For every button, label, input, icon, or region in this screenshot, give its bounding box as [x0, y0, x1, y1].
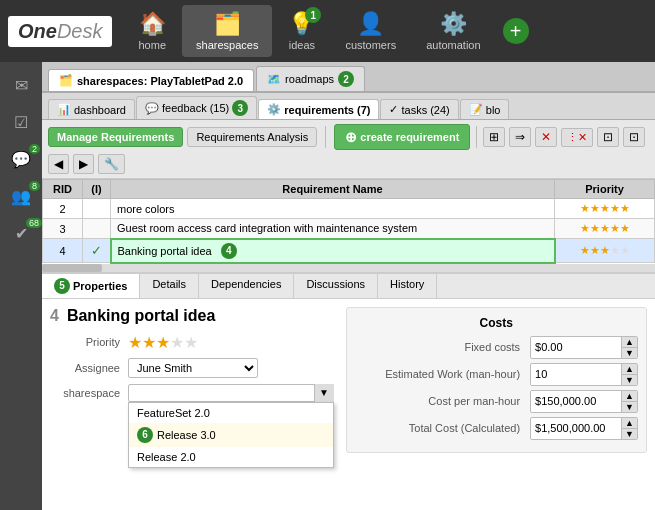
prop-tab-discussions[interactable]: Discussions: [294, 274, 378, 298]
cost-up-total[interactable]: ▲: [622, 418, 637, 429]
properties-badge: 5: [54, 278, 70, 294]
tool-paste-btn[interactable]: ⊡: [623, 127, 645, 147]
cost-down-estimated[interactable]: ▼: [622, 375, 637, 385]
dropdown-option-release2[interactable]: Release 2.0: [129, 447, 333, 467]
sidebar-item-chat[interactable]: 💬 2: [0, 142, 42, 177]
sidebar-item-email[interactable]: ✉: [0, 68, 42, 103]
cell-name-4: Banking portal idea 4: [111, 239, 555, 263]
sharespaces-icon: 🗂️: [214, 11, 241, 37]
cell-name-3: Guest room access card integration with …: [111, 219, 555, 239]
sidebar-item-complete[interactable]: ✔ 68: [0, 216, 42, 251]
tool-grid-btn[interactable]: ⊞: [483, 127, 505, 147]
sub-tab-feedback-label: feedback (15): [162, 102, 229, 114]
cost-input-group-estimated: ▲ ▼: [530, 363, 638, 386]
sub-tab-feedback[interactable]: 💬 feedback (15) 3: [136, 96, 257, 119]
sharespace-dropdown: FeatureSet 2.0 6 Release 3.0 Release 2.0: [128, 402, 334, 468]
nav-item-automation[interactable]: ⚙️ automation: [412, 5, 494, 57]
sub-tab-requirements[interactable]: ⚙️ requirements (7): [258, 99, 379, 119]
priority-stars[interactable]: ★★★★★: [128, 333, 198, 352]
tool-multiselect-btn[interactable]: ⋮✕: [561, 128, 593, 147]
roadmaps-tab-icon: 🗺️: [267, 73, 281, 86]
cell-rid-4: 4: [43, 239, 83, 263]
tab-roadmaps[interactable]: 🗺️ roadmaps 2: [256, 66, 365, 91]
dropdown-option-featureset[interactable]: FeatureSet 2.0: [129, 403, 333, 423]
cost-input-estimated[interactable]: [531, 364, 621, 385]
cost-input-group-fixed: ▲ ▼: [530, 336, 638, 359]
add-button[interactable]: +: [503, 18, 529, 44]
home-icon: 🏠: [139, 11, 166, 37]
cost-label-total: Total Cost (Calculated): [355, 422, 527, 434]
plus-icon: ⊕: [345, 129, 357, 145]
sidebar-item-contacts[interactable]: 👥 8: [0, 179, 42, 214]
create-requirement-button[interactable]: ⊕ create requirement: [334, 124, 470, 150]
prop-content: 4 Banking portal idea Priority ★★★★★ Ass…: [42, 299, 655, 461]
tool-prev-btn[interactable]: ◀: [48, 154, 69, 174]
prop-tab-details[interactable]: Details: [140, 274, 199, 298]
table-row[interactable]: 3 Guest room access card integration wit…: [43, 219, 655, 239]
cost-row-total: Total Cost (Calculated) ▲ ▼: [355, 417, 639, 440]
complete-icon: ✔: [15, 224, 28, 243]
sharespace-dropdown-arrow[interactable]: ▼: [314, 384, 334, 402]
cost-input-total[interactable]: [531, 418, 621, 439]
tool-settings-btn[interactable]: 🔧: [98, 154, 125, 174]
sub-tab-dashboard-label: dashboard: [74, 104, 126, 116]
cost-spinner-estimated: ▲ ▼: [621, 364, 637, 385]
cost-label-fixed: Fixed costs: [355, 341, 527, 353]
nav-item-customers[interactable]: 👤 customers: [331, 5, 410, 57]
automation-icon: ⚙️: [440, 11, 467, 37]
sub-tab-dashboard[interactable]: 📊 dashboard: [48, 99, 135, 119]
cost-down-total[interactable]: ▼: [622, 429, 637, 439]
nav-item-home[interactable]: 🏠 home: [124, 5, 180, 57]
nav-sharespaces-label: sharespaces: [196, 39, 258, 51]
customers-icon: 👤: [357, 11, 384, 37]
nav: 🏠 home 🗂️ sharespaces 💡 ideas 1 👤 custom…: [124, 5, 528, 57]
sub-tab-tasks[interactable]: ✓ tasks (24): [380, 99, 458, 119]
cost-input-permanhour[interactable]: [531, 391, 621, 412]
email-icon: ✉: [15, 76, 28, 95]
sharespace-input[interactable]: [128, 384, 334, 402]
horizontal-scroll-bar[interactable]: [42, 264, 655, 272]
cost-up-estimated[interactable]: ▲: [622, 364, 637, 375]
chat-icon: 💬: [11, 150, 31, 169]
cost-up-fixed[interactable]: ▲: [622, 337, 637, 348]
manage-tab-manage[interactable]: Manage Requirements: [48, 127, 183, 147]
dashboard-icon: 📊: [57, 103, 71, 116]
sub-tab-blog[interactable]: 📝 blo: [460, 99, 510, 119]
costs-panel: Costs Fixed costs ▲ ▼ Estimated Work (ma: [346, 307, 648, 453]
main-content: 🗂️ sharespaces: PlayTabletPad 2.0 🗺️ roa…: [42, 62, 655, 510]
cell-priority-3: ★★★★★: [555, 219, 655, 239]
cost-down-fixed[interactable]: ▼: [622, 348, 637, 358]
prop-tab-bar: 5 Properties Details Dependencies Discus…: [42, 274, 655, 299]
nav-item-sharespaces[interactable]: 🗂️ sharespaces: [182, 5, 272, 57]
assignee-select[interactable]: June Smith: [128, 358, 258, 378]
contacts-badge: 8: [29, 181, 40, 191]
cell-rid-2: 2: [43, 199, 83, 219]
sub-tab-bar: 📊 dashboard 💬 feedback (15) 3 ⚙️ require…: [42, 93, 655, 120]
nav-item-ideas[interactable]: 💡 ideas 1: [274, 5, 329, 57]
prop-tab-properties[interactable]: 5 Properties: [42, 274, 140, 298]
cost-row-estimated: Estimated Work (man-hour) ▲ ▼: [355, 363, 639, 386]
cost-input-fixed[interactable]: [531, 337, 621, 358]
tool-arrow-btn[interactable]: ⇒: [509, 127, 531, 147]
sidebar-item-checklist[interactable]: ☑: [0, 105, 42, 140]
col-header-i: (I): [83, 180, 111, 199]
ideas-badge: 1: [305, 7, 321, 23]
tab-sharespace[interactable]: 🗂️ sharespaces: PlayTabletPad 2.0: [48, 69, 254, 91]
manage-tab-analysis[interactable]: Requirements Analysis: [187, 127, 317, 147]
prop-assignee-row: Assignee June Smith: [50, 358, 334, 378]
sidebar: ✉ ☑ 💬 2 👥 8 ✔ 68: [0, 62, 42, 510]
cost-down-permanhour[interactable]: ▼: [622, 402, 637, 412]
cost-up-permanhour[interactable]: ▲: [622, 391, 637, 402]
prop-tab-dependencies[interactable]: Dependencies: [199, 274, 294, 298]
cost-spinner-fixed: ▲ ▼: [621, 337, 637, 358]
prop-tab-history[interactable]: History: [378, 274, 437, 298]
tool-next-btn[interactable]: ▶: [73, 154, 94, 174]
table-row-selected[interactable]: 4 ✓ Banking portal idea 4 ★★★★★: [43, 239, 655, 263]
tool-delete-btn[interactable]: ✕: [535, 127, 557, 147]
table-row[interactable]: 2 more colors ★★★★★: [43, 199, 655, 219]
tool-copy-btn[interactable]: ⊡: [597, 127, 619, 147]
manage-toolbar: Manage Requirements Requirements Analysi…: [42, 120, 655, 179]
dropdown-option-release3[interactable]: 6 Release 3.0: [129, 423, 333, 447]
release3-badge: 6: [137, 427, 153, 443]
sharespace-tab-icon: 🗂️: [59, 74, 73, 87]
